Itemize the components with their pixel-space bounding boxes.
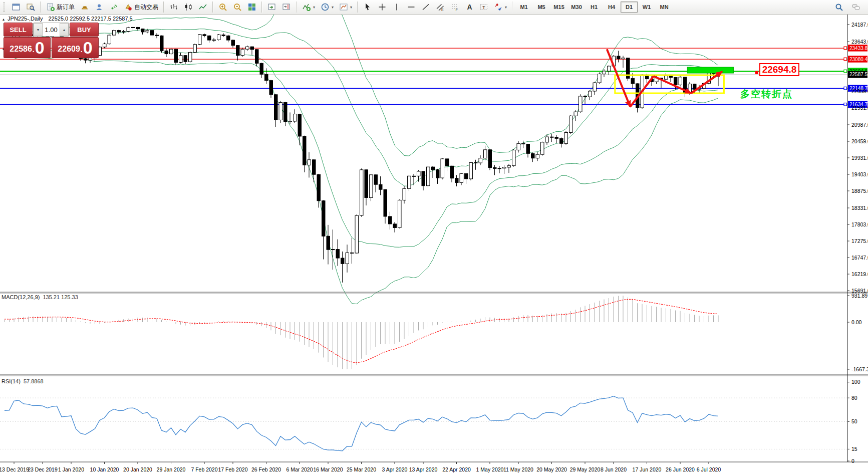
new-window-icon [12,3,21,12]
sell-price-big-digit: 0 [35,39,45,57]
timeframe-h1-button[interactable]: H1 [586,2,603,13]
turning-point-note[interactable]: 多空转折点 [740,88,793,101]
text-label-button[interactable]: T [477,1,491,14]
chevron-down-icon[interactable]: ▾ [505,5,507,10]
date-label: 17 Jun 2020 [633,466,662,472]
arrow-down-icon: ▼ [37,28,40,32]
price-tick-label: 19931.0 [851,155,868,161]
volume-decrease-button[interactable]: ▼ [34,23,43,36]
sell-price[interactable]: 22586.0 [4,37,51,58]
rsi-indicator-label: RSI(14)57.8868 [2,378,44,384]
mql-community-button[interactable] [92,1,106,14]
timeframe-w1-button[interactable]: W1 [638,2,655,13]
trendline-button[interactable] [419,1,433,14]
price-tick-label: 17803.0 [851,221,868,227]
price-tick-label: 23643.0 [851,39,868,45]
timeframe-m1-button[interactable]: M1 [515,2,532,13]
chevron-down-icon[interactable]: ▾ [332,5,334,10]
date-label: 20 Jan 2020 [123,466,152,472]
equidistant-channel-button[interactable]: E [433,1,447,14]
svg-text:T: T [482,5,485,10]
chart-shift-button[interactable] [279,1,294,14]
rsi-tick-label: 80 [851,395,857,401]
timeframe-m15-button[interactable]: M15 [550,2,567,13]
sell-button[interactable]: SELL [4,23,33,37]
buy-button[interactable]: BUY [70,23,99,37]
signals-button[interactable] [107,1,121,14]
toolbar-separator [296,2,297,13]
date-label: 23 Dec 2019 [28,466,58,472]
new-order-icon [46,3,55,12]
line-chart-button[interactable] [196,1,210,14]
volume-input[interactable] [43,23,60,36]
macd-panel [5,296,849,369]
arrows-button[interactable]: ▾ [491,1,509,14]
chevron-down-icon[interactable]: ▾ [350,5,352,10]
buy-price-big-digit: 0 [83,39,93,57]
indicators-button[interactable]: ▾ [300,1,318,14]
price-annotation-box[interactable]: 22694.8 [759,63,799,76]
date-label: 10 Jan 2020 [90,466,119,472]
templates-icon [339,3,348,12]
candle-chart-icon [184,3,193,12]
tile-windows-button[interactable] [245,1,259,14]
timeframe-d1-button[interactable]: D1 [621,2,638,13]
fibonacci-button[interactable]: F [448,1,462,14]
zoom-out-icon [233,3,242,12]
auto-trading-label: 自动交易 [134,3,158,12]
text-label-icon: T [479,3,488,12]
chat-button[interactable] [849,1,863,14]
chart-canvas[interactable]: 24187.023643.022059.021531.020987.020459… [0,0,868,474]
chart-title-symbol: JPN225-,Daily [8,16,43,22]
chart-window[interactable]: 24187.023643.022059.021531.020987.020459… [0,0,868,474]
date-label: 16 Mar 2020 [314,466,343,472]
horizontal-lines [0,48,847,104]
svg-text:E: E [441,8,444,12]
zoom-in-button[interactable] [216,1,230,14]
mt4-window: 新订单自动交易▾▾▾EFAT▾M1M5M15M30H1H4D1W1MN 2418… [0,0,868,474]
cursor-button[interactable] [361,1,375,14]
toolbar: 新订单自动交易▾▾▾EFAT▾M1M5M15M30H1H4D1W1MN [0,0,868,15]
vertical-line-button[interactable] [390,1,404,14]
bar-chart-button[interactable] [167,1,181,14]
market-depth-button[interactable] [78,1,92,14]
new-window-button[interactable] [9,1,23,14]
bollinger-bands [5,2,718,304]
buy-price[interactable]: 22609.0 [52,37,99,58]
date-label: 29 May 2020 [570,466,601,472]
timeframe-h4-button[interactable]: H4 [603,2,620,13]
timeframe-m30-button[interactable]: M30 [568,2,585,13]
search-button[interactable] [832,1,846,14]
collapse-panel-icon[interactable]: ▴ [3,17,5,22]
periods-button[interactable]: ▾ [318,1,336,14]
macd-tick-label: -1667.31 [851,366,868,372]
price-badge: 23433.8 [849,46,868,51]
horizontal-line-button[interactable] [404,1,418,14]
profiles-button[interactable] [24,1,38,14]
equidistant-channel-icon: E [436,3,445,12]
crosshair-button[interactable] [375,1,389,14]
sell-price-dot: . [33,43,35,57]
timeframe-mn-button[interactable]: MN [656,2,673,13]
date-label: 13 Dec 2019 [0,466,29,472]
volume-increase-button[interactable]: ▲ [60,23,69,36]
frame [0,15,868,462]
zoom-out-button[interactable] [230,1,244,14]
price-tick-label: 19403.0 [851,171,868,177]
new-order-button[interactable]: 新订单 [44,1,77,14]
trendline-icon [421,3,430,12]
rsi-tick-label: 0 [851,458,854,464]
text-button[interactable]: A [462,1,476,14]
chevron-down-icon[interactable]: ▾ [313,5,315,10]
tile-windows-icon [247,3,256,12]
buy-price-dot: . [81,43,83,57]
date-label: 7 Feb 2020 [191,466,217,472]
price-tick-label: 24187.0 [851,22,868,28]
candle-chart-button[interactable] [181,1,195,14]
date-label: 8 Jun 2020 [601,466,627,472]
timeframe-m5-button[interactable]: M5 [533,2,550,13]
templates-button[interactable]: ▾ [337,1,355,14]
auto-trading-button[interactable]: 自动交易 [121,1,161,14]
auto-scroll-button[interactable] [265,1,279,14]
bar-chart-icon [169,3,178,12]
